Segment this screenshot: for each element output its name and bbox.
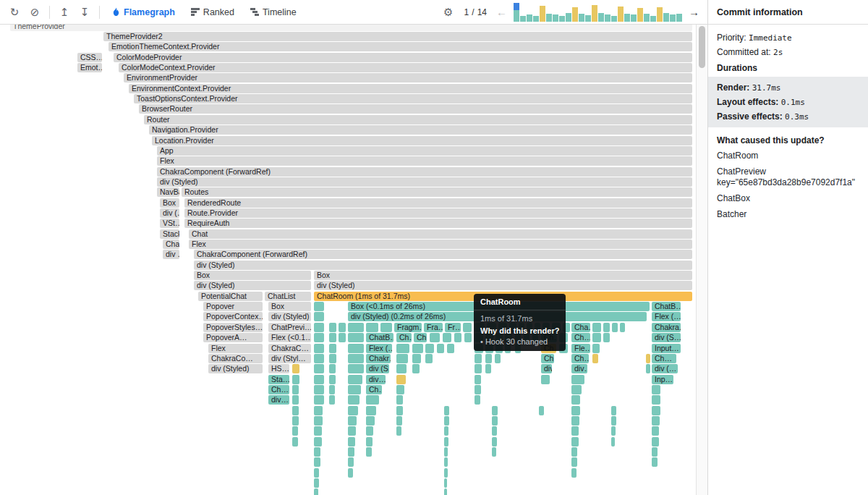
flame-bar[interactable] — [425, 344, 434, 353]
flame-bar[interactable] — [366, 406, 376, 415]
flame-bar-chatb[interactable]: ChatB… — [366, 333, 393, 342]
flame-bar[interactable] — [348, 385, 361, 394]
flame-bar-chakra[interactable]: Chakra… — [652, 323, 681, 332]
flame-bar[interactable] — [348, 364, 364, 373]
commit-bar[interactable] — [585, 3, 591, 22]
flame-bar-chakracomponent-forwardref[interactable]: ChakraComponent (ForwardRef) — [194, 250, 692, 259]
flame-bar-chatlist[interactable]: ChatList — [265, 292, 311, 301]
flame-bar[interactable] — [487, 323, 496, 332]
flame-bar[interactable] — [396, 395, 403, 405]
flame-bar-div-styled[interactable]: div (Styled) — [208, 364, 263, 373]
commit-bar[interactable] — [559, 3, 565, 22]
flame-bar[interactable] — [444, 468, 448, 478]
flame-bar-div[interactable]: div… — [366, 375, 386, 384]
flame-bar[interactable] — [652, 457, 658, 467]
commit-bar[interactable] — [527, 3, 532, 22]
flame-bar[interactable] — [495, 354, 501, 363]
flame-bar-popoverstyles[interactable]: PopoverStyles… — [203, 323, 263, 332]
flame-bar[interactable] — [519, 323, 524, 332]
flame-bar-ch[interactable]: Ch… — [366, 385, 382, 394]
commit-bar[interactable] — [611, 3, 617, 22]
flame-bar[interactable] — [571, 468, 576, 478]
commit-bar[interactable] — [598, 3, 604, 22]
flame-bar-requireauth[interactable]: RequireAuth — [184, 219, 692, 228]
commit-bar[interactable] — [605, 3, 610, 22]
flame-bar[interactable] — [292, 416, 299, 426]
flame-bar[interactable] — [495, 344, 503, 353]
flame-bar-routes[interactable]: Routes — [182, 187, 692, 197]
flame-bar-ch[interactable]: Ch… — [541, 333, 557, 342]
flame-bar[interactable] — [463, 323, 472, 332]
flame-bar[interactable] — [444, 488, 447, 495]
flame-bar[interactable] — [492, 406, 498, 415]
flame-bar[interactable] — [329, 354, 336, 363]
commit-bar[interactable] — [631, 3, 637, 22]
flame-bar[interactable] — [652, 416, 660, 426]
flame-bar[interactable] — [314, 354, 324, 363]
flame-bar[interactable] — [592, 344, 600, 353]
flame-bar[interactable] — [485, 364, 491, 373]
flame-bar-colormodecontext-provider[interactable]: ColorModeContext.Provider — [119, 63, 692, 72]
flame-bar[interactable] — [611, 406, 616, 415]
flame-bar[interactable] — [475, 333, 483, 342]
flame-bar[interactable] — [505, 333, 512, 342]
commit-bar[interactable] — [624, 3, 630, 22]
flame-bar[interactable] — [571, 406, 580, 415]
flame-bar[interactable] — [314, 416, 323, 426]
commit-bar[interactable] — [553, 3, 558, 22]
flame-bar[interactable] — [612, 323, 618, 332]
flame-bar-box[interactable]: Box — [194, 271, 311, 280]
commit-bar[interactable] — [566, 3, 571, 22]
flame-bar[interactable] — [646, 364, 650, 373]
commit-bar-selected[interactable] — [514, 3, 519, 22]
flame-bar[interactable] — [652, 437, 659, 447]
commit-bar[interactable] — [650, 3, 656, 22]
flame-bar[interactable] — [475, 364, 482, 373]
flame-bar[interactable] — [542, 323, 550, 332]
flame-bar[interactable] — [314, 478, 319, 488]
flame-bar-chatprevi[interactable]: ChatPrevi… — [268, 323, 311, 332]
flame-bar[interactable] — [495, 333, 503, 342]
flame-bar[interactable] — [444, 447, 448, 457]
commit-bar[interactable] — [663, 3, 669, 22]
flame-bar-popovercontex[interactable]: PopoverContex… — [203, 312, 263, 321]
flame-bar[interactable] — [329, 395, 335, 405]
tab-ranked[interactable]: Ranked — [184, 4, 241, 20]
flame-bar[interactable] — [611, 416, 616, 426]
flame-bar-div-s[interactable]: div (S… — [652, 333, 681, 342]
flame-bar[interactable] — [524, 333, 529, 342]
flame-bar[interactable] — [652, 406, 660, 415]
flame-bar-stack[interactable]: Stack — [160, 229, 179, 239]
commit-bar[interactable] — [520, 3, 526, 22]
flame-bar-themeprovider[interactable]: ThemeProvider — [10, 25, 692, 31]
flame-bar[interactable] — [447, 344, 454, 353]
flame-bar[interactable] — [292, 437, 298, 447]
flame-bar-box[interactable]: Box — [268, 302, 311, 311]
flame-bar[interactable] — [292, 364, 299, 373]
flame-bar[interactable] — [314, 437, 322, 447]
flame-bar[interactable] — [396, 426, 401, 436]
flame-bar[interactable] — [366, 437, 373, 447]
commit-bar[interactable] — [618, 3, 624, 22]
flame-bar-css[interactable]: CSS… — [77, 53, 102, 62]
flame-bar[interactable] — [314, 333, 324, 342]
tab-flamegraph[interactable]: Flamegraph — [106, 4, 182, 20]
flame-bar-box[interactable]: Box — [314, 271, 692, 280]
flame-bar[interactable] — [571, 437, 579, 447]
flame-bar[interactable] — [532, 333, 538, 342]
flame-bar[interactable] — [444, 437, 448, 447]
flame-bar[interactable] — [571, 375, 584, 384]
commit-bar[interactable] — [676, 3, 682, 22]
flame-bar-div-styled[interactable]: div (Styled) — [314, 281, 692, 290]
flame-bar[interactable] — [492, 426, 497, 436]
cause-item-chatbox[interactable]: ChatBox — [708, 190, 868, 206]
commit-bar[interactable] — [546, 3, 552, 22]
previous-commit-icon[interactable]: ← — [494, 6, 509, 18]
flame-bar[interactable] — [314, 385, 324, 394]
flame-bar-fragm[interactable]: Fragm… — [394, 323, 422, 332]
flame-bar[interactable] — [509, 323, 516, 332]
flame-bar[interactable] — [444, 426, 448, 436]
flame-bar-fr[interactable]: Fr… — [445, 323, 461, 332]
flame-bar-environmentcontext-provider[interactable]: EnvironmentContext.Provider — [129, 84, 692, 93]
flame-bar-ch[interactable]: Ch… — [571, 354, 589, 363]
